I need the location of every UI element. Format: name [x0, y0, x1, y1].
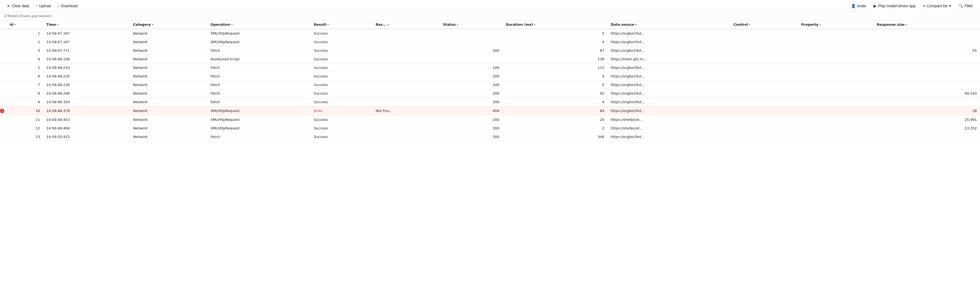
- operation-cell: XMLHttpRequest: [207, 38, 310, 46]
- time-cell: 14:58:47.771: [43, 46, 130, 55]
- id-cell: 1: [6, 29, 43, 38]
- table-row[interactable]: 714:58:48.236NetworkFetchSuccess2005http…: [0, 81, 980, 89]
- table-row[interactable]: 514:58:48.233NetworkFetchSuccess200115ht…: [0, 63, 980, 72]
- duration-cell: 4: [503, 38, 607, 46]
- row-indicator-cell: [0, 38, 6, 46]
- responsesize-cell: [873, 29, 980, 38]
- datasource-cell: https://shellprod...: [608, 124, 730, 132]
- filter-button[interactable]: 🔍 Filter: [956, 2, 976, 10]
- col-duration[interactable]: Duration (ms) ▾: [503, 21, 607, 29]
- upload-icon: ↑: [36, 4, 38, 8]
- col-operation[interactable]: Operation ▾: [207, 21, 310, 29]
- res-cell: [372, 63, 440, 72]
- time-cell: 14:58:50.922: [43, 132, 130, 141]
- datasource-cell: https://orgbe1fed...: [608, 29, 730, 38]
- row-indicator-cell: [0, 55, 6, 63]
- col-responsesize[interactable]: Response size ▾: [873, 21, 980, 29]
- download-label: Download: [61, 4, 78, 8]
- table-container: Id ▾ Time ▾ Category ▾: [0, 21, 980, 141]
- res-cell: [372, 115, 440, 124]
- table-header: Id ▾ Time ▾ Category ▾: [0, 21, 980, 29]
- category-cell: Network: [130, 46, 207, 55]
- result-cell: Success: [310, 29, 372, 38]
- col-category-sort-icon: ▾: [152, 23, 153, 26]
- result-cell: Success: [310, 46, 372, 55]
- datasource-cell: https://orgbe1fed...: [608, 46, 730, 55]
- table-row[interactable]: 414:58:48.106NetworkAssetLoad.ScriptSucc…: [0, 55, 980, 63]
- col-result[interactable]: Result ▾: [310, 21, 372, 29]
- col-status[interactable]: Status ▾: [440, 21, 503, 29]
- control-cell: [730, 89, 798, 98]
- control-cell: [730, 29, 798, 38]
- responsesize-cell: 13,352: [873, 124, 980, 132]
- col-id[interactable]: Id ▾: [6, 21, 43, 29]
- datasource-cell: https://orgbe1fed...: [608, 89, 730, 98]
- col-id-sort-icon: ▾: [14, 23, 16, 26]
- table-row[interactable]: 114:58:47.167NetworkXMLHttpRequestSucces…: [0, 29, 980, 38]
- invite-icon: 👤: [851, 4, 856, 8]
- res-cell: [372, 81, 440, 89]
- col-control-label: Control: [733, 22, 748, 27]
- col-res-sort-icon: ▾: [388, 23, 389, 26]
- col-duration-label: Duration (ms): [506, 22, 533, 27]
- download-button[interactable]: ↓ Download: [55, 2, 80, 10]
- col-control[interactable]: Control ▾: [730, 21, 798, 29]
- status-cell: 200: [440, 115, 503, 124]
- time-cell: 14:58:48.106: [43, 55, 130, 63]
- col-datasource[interactable]: Data source ▾: [608, 21, 730, 29]
- control-cell: [730, 132, 798, 141]
- result-cell: Success: [310, 124, 372, 132]
- col-res-label: Res...: [375, 22, 387, 27]
- status-cell: 200: [440, 89, 503, 98]
- info-icon: ℹ: [4, 14, 6, 18]
- col-time[interactable]: Time ▾: [43, 21, 130, 29]
- play-model-driven-app-button[interactable]: ▶ Play model-driven app: [871, 2, 918, 10]
- property-cell: [798, 38, 873, 46]
- status-cell: [440, 38, 503, 46]
- row-indicator-cell: [0, 132, 6, 141]
- table-row[interactable]: ✕1014:58:48.378NetworkXMLHttpRequestErro…: [0, 106, 980, 116]
- table-row[interactable]: 814:58:48.296NetworkFetchSuccess20092htt…: [0, 89, 980, 98]
- compact-list-label: Compact list: [927, 4, 948, 8]
- id-cell: 10: [6, 106, 43, 116]
- table-row[interactable]: 914:58:48.324NetworkFetchSuccess2004http…: [0, 98, 980, 106]
- result-cell: Error: [310, 106, 372, 116]
- property-cell: [798, 63, 873, 72]
- row-indicator-cell: ✕: [0, 106, 6, 116]
- table-row[interactable]: 214:58:47.167NetworkXMLHttpRequestSucces…: [0, 38, 980, 46]
- table-row[interactable]: 314:58:47.771NetworkFetchSuccess20087htt…: [0, 46, 980, 55]
- status-cell: 200: [440, 63, 503, 72]
- table-row[interactable]: 1314:58:50.922NetworkFetchSuccess200348h…: [0, 132, 980, 141]
- col-time-sort-icon: ▾: [57, 23, 59, 26]
- category-cell: Network: [130, 106, 207, 116]
- category-cell: Network: [130, 132, 207, 141]
- table-row[interactable]: 614:58:48.235NetworkFetchSuccess2004http…: [0, 72, 980, 81]
- property-cell: [798, 98, 873, 106]
- col-property[interactable]: Property ▾: [798, 21, 873, 29]
- col-category[interactable]: Category ▾: [130, 21, 207, 29]
- upload-button[interactable]: ↑ Upload: [33, 2, 54, 10]
- datasource-cell: https://shellprod...: [608, 115, 730, 124]
- duration-cell: 2: [503, 124, 607, 132]
- row-indicator-cell: [0, 63, 6, 72]
- result-cell: Success: [310, 72, 372, 81]
- table-row[interactable]: 1114:58:48.453NetworkXMLHttpRequestSucce…: [0, 115, 980, 124]
- res-cell: [372, 55, 440, 63]
- invite-label: Invite: [857, 4, 866, 8]
- status-cell: 200: [440, 124, 503, 132]
- col-category-label: Category: [133, 22, 151, 27]
- table-row[interactable]: 1214:58:48.494NetworkXMLHttpRequestSucce…: [0, 124, 980, 132]
- upload-label: Upload: [39, 4, 51, 8]
- category-cell: Network: [130, 115, 207, 124]
- col-responsesize-sort-icon: ▾: [906, 23, 907, 26]
- operation-cell: Fetch: [207, 132, 310, 141]
- col-status-label: Status: [443, 22, 456, 27]
- clear-data-button[interactable]: ✕ Clear data: [4, 2, 32, 10]
- compact-list-button[interactable]: ≡ Compact list ▾: [921, 2, 954, 10]
- category-cell: Network: [130, 98, 207, 106]
- invite-button[interactable]: 👤 Invite: [848, 2, 869, 10]
- result-cell: Success: [310, 132, 372, 141]
- id-cell: 4: [6, 55, 43, 63]
- col-res[interactable]: Res... ▾: [372, 21, 440, 29]
- property-cell: [798, 46, 873, 55]
